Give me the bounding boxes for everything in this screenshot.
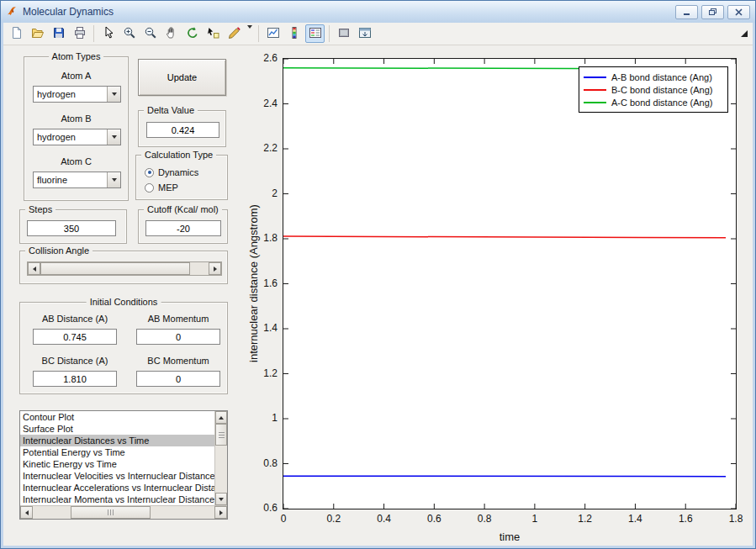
bc-momentum-input[interactable] bbox=[136, 371, 220, 387]
legend[interactable]: A-B bond distance (Ang)B-C bond distance… bbox=[579, 66, 728, 113]
brush-button[interactable] bbox=[225, 24, 244, 43]
list-item[interactable]: Internuclear Accelerations vs Internucle… bbox=[20, 482, 214, 494]
list-item[interactable]: Internuclear Momenta vs Internuclear Dis… bbox=[20, 494, 214, 505]
dynamics-radio-option[interactable]: Dynamics bbox=[145, 167, 198, 177]
slider-left-arrow[interactable] bbox=[28, 262, 40, 275]
open-file-icon bbox=[31, 26, 45, 41]
list-item[interactable]: Contour Plot bbox=[20, 411, 214, 423]
show-plot-tools-dock-button[interactable] bbox=[355, 24, 374, 43]
y-axis-tick-label: 0.6 bbox=[263, 502, 278, 514]
pan-button[interactable] bbox=[161, 24, 181, 43]
brush-icon bbox=[228, 26, 241, 41]
bc-distance-label: BC Distance (A) bbox=[33, 356, 117, 366]
edit-plot-button[interactable] bbox=[98, 24, 118, 43]
steps-input[interactable] bbox=[27, 220, 116, 236]
zoom-out-icon bbox=[144, 26, 157, 41]
toolbar-separator bbox=[258, 25, 259, 42]
y-axis-tick-label: 1.8 bbox=[263, 232, 278, 244]
slider-right-arrow[interactable] bbox=[209, 262, 221, 275]
atom-c-select[interactable]: fluorine bbox=[33, 172, 121, 188]
save-figure-button[interactable] bbox=[49, 24, 68, 43]
figure-toolbar bbox=[3, 23, 753, 45]
horizontal-scroll-track[interactable] bbox=[33, 506, 214, 519]
link-plot-button[interactable] bbox=[263, 24, 283, 43]
list-item[interactable]: Potential Energy vs Time bbox=[20, 446, 214, 458]
y-axis-tick-label: 0.8 bbox=[263, 457, 278, 469]
list-item[interactable]: Internuclear Velocities vs Internuclear … bbox=[20, 470, 214, 482]
slider-thumb[interactable] bbox=[40, 262, 190, 275]
radio-unselected-icon[interactable] bbox=[145, 183, 154, 193]
x-axis-tick-label: 0 bbox=[281, 513, 287, 525]
insert-colorbar-button[interactable] bbox=[284, 24, 304, 43]
update-button[interactable]: Update bbox=[138, 59, 226, 96]
hide-plot-tools-button[interactable] bbox=[334, 24, 353, 43]
group-title: Cutoff (Kcal/ mol) bbox=[144, 204, 222, 214]
group-title: Atom Types bbox=[49, 51, 104, 61]
group-title: Steps bbox=[25, 204, 56, 214]
collision-angle-slider[interactable] bbox=[27, 261, 222, 276]
ab-distance-input[interactable] bbox=[33, 329, 117, 345]
list-vertical-scrollbar[interactable] bbox=[214, 411, 227, 505]
insert-legend-button[interactable] bbox=[305, 24, 325, 43]
hide-plot-tools-icon bbox=[337, 26, 351, 41]
list-item[interactable]: Surface Plot bbox=[20, 423, 214, 435]
data-cursor-button[interactable] bbox=[204, 24, 223, 43]
print-figure-button[interactable] bbox=[70, 24, 89, 43]
slider-track[interactable] bbox=[190, 262, 209, 275]
radio-selected-icon[interactable] bbox=[145, 168, 154, 177]
list-item[interactable]: Internuclear Distances vs Time bbox=[20, 435, 214, 446]
vertical-scroll-track[interactable] bbox=[215, 446, 227, 493]
delta-value-group: Delta Value bbox=[138, 110, 226, 147]
chevron-down-icon bbox=[107, 172, 120, 187]
link-plot-icon bbox=[267, 26, 280, 41]
listbox-items: Contour PlotSurface PlotInternuclear Dis… bbox=[20, 411, 214, 505]
dock-figure-icon bbox=[358, 26, 372, 41]
window-title: Molecular Dynamics bbox=[23, 6, 114, 18]
y-axis-tick-label: 1.4 bbox=[263, 322, 278, 334]
legend-label: A-C bond distance (Ang) bbox=[611, 98, 712, 108]
x-axis-tick-label: 1.4 bbox=[628, 513, 642, 525]
cutoff-input[interactable] bbox=[145, 220, 221, 236]
scroll-down-arrow[interactable] bbox=[215, 493, 227, 505]
new-figure-button[interactable] bbox=[7, 24, 26, 43]
bc-distance-input[interactable] bbox=[33, 371, 117, 387]
atom-b-label: Atom B bbox=[24, 113, 128, 124]
plot-axes[interactable]: A-B bond distance (Ang)B-C bond distance… bbox=[283, 58, 737, 509]
toolbar-overflow-arrow-icon[interactable] bbox=[741, 29, 748, 39]
restore-button[interactable] bbox=[701, 5, 724, 19]
vertical-scroll-thumb[interactable] bbox=[215, 424, 227, 446]
delta-value-input[interactable] bbox=[146, 122, 219, 138]
legend-label: B-C bond distance (Ang) bbox=[611, 85, 712, 95]
atom-b-select[interactable]: hydrogen bbox=[33, 129, 121, 145]
atom-a-select[interactable]: hydrogen bbox=[33, 86, 121, 103]
series-line bbox=[283, 476, 726, 477]
zoom-in-button[interactable] bbox=[119, 24, 139, 43]
new-figure-icon bbox=[10, 26, 24, 41]
horizontal-scroll-thumb[interactable] bbox=[71, 506, 151, 519]
close-button[interactable] bbox=[727, 5, 750, 19]
atom-a-value: hydrogen bbox=[34, 87, 107, 102]
y-axis-tick-label: 1.2 bbox=[263, 367, 278, 379]
steps-group: Steps bbox=[19, 209, 127, 244]
ab-momentum-input[interactable] bbox=[136, 329, 220, 345]
titlebar[interactable]: Molecular Dynamics bbox=[1, 1, 755, 23]
brush-dropdown-button[interactable] bbox=[246, 24, 254, 43]
minimize-button[interactable] bbox=[675, 5, 698, 19]
rotate-3d-button[interactable] bbox=[182, 24, 202, 43]
legend-line-sample bbox=[584, 77, 606, 78]
open-file-button[interactable] bbox=[28, 24, 47, 43]
y-axis-tick-label: 2.2 bbox=[263, 142, 278, 154]
scroll-left-arrow[interactable] bbox=[20, 506, 33, 519]
scroll-up-arrow[interactable] bbox=[215, 411, 227, 424]
list-horizontal-scrollbar[interactable] bbox=[20, 505, 227, 519]
plot-type-listbox[interactable]: Contour PlotSurface PlotInternuclear Dis… bbox=[19, 410, 228, 520]
x-axis-tick-label: 1.8 bbox=[729, 513, 743, 525]
y-axis-tick-label: 2.4 bbox=[263, 98, 278, 109]
zoom-out-button[interactable] bbox=[140, 24, 160, 43]
list-item[interactable]: Kinetic Energy vs Time bbox=[20, 458, 214, 470]
legend-rows: A-B bond distance (Ang)B-C bond distance… bbox=[584, 71, 723, 108]
legend-entry: A-C bond distance (Ang) bbox=[584, 96, 723, 108]
scroll-right-arrow[interactable] bbox=[214, 506, 227, 519]
mep-radio-option[interactable]: MEP bbox=[145, 182, 178, 193]
x-axis-tick-label: 0.6 bbox=[427, 513, 441, 525]
